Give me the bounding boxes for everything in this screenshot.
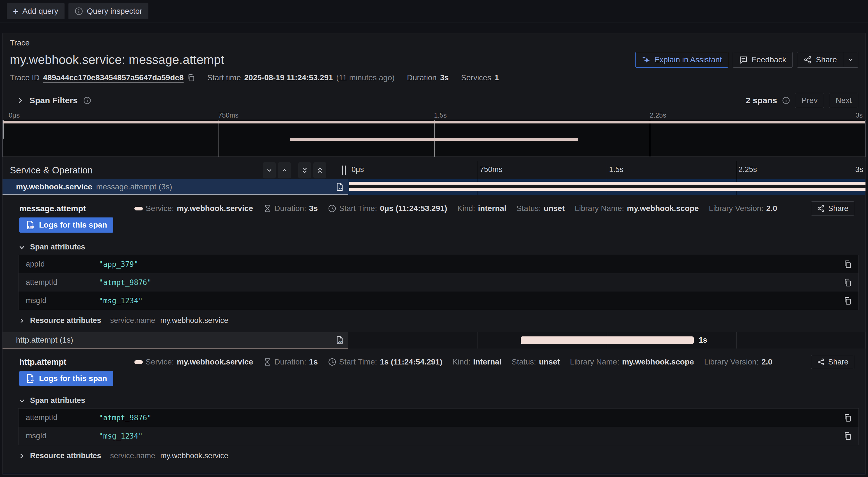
hourglass-icon bbox=[263, 358, 272, 366]
span-share-button[interactable]: Share bbox=[811, 202, 854, 215]
span-detail-message-attempt: message.attempt Service: my.webhook.serv… bbox=[2, 195, 866, 325]
feedback-button[interactable]: Feedback bbox=[733, 52, 793, 68]
query-inspector-button[interactable]: Query inspector bbox=[68, 3, 149, 19]
trace-id-label: Trace ID bbox=[10, 73, 39, 82]
add-query-button[interactable]: + Add query bbox=[7, 3, 64, 19]
attribute-row: attemptId "atmpt_9876" bbox=[19, 409, 859, 427]
span-operation-name: http.attempt (1s) bbox=[16, 335, 73, 345]
double-chevron-down-icon bbox=[301, 167, 308, 174]
svg-text:LOG: LOG bbox=[338, 340, 343, 343]
timeline-gridline bbox=[865, 161, 866, 179]
detail-span-name: http.attempt bbox=[19, 357, 134, 367]
span-attributes-toggle[interactable]: Span attributes bbox=[18, 243, 866, 251]
resource-attributes-title: Resource attributes bbox=[30, 316, 101, 325]
attribute-key: msgId bbox=[26, 296, 99, 305]
service-label: Service: bbox=[146, 204, 174, 213]
logs-button-label: Logs for this span bbox=[39, 374, 107, 383]
column-resize-handle[interactable] bbox=[342, 166, 346, 175]
attribute-value: "atmpt_9876" bbox=[99, 278, 152, 287]
span-row-message-attempt[interactable]: my.webhook.service message.attempt (3s) … bbox=[2, 179, 866, 195]
chevron-down-icon bbox=[18, 243, 26, 251]
span-bar-duration-label: 1s bbox=[699, 336, 707, 345]
logs-for-span-button[interactable]: LOG Logs for this span bbox=[19, 217, 113, 233]
logs-button-label: Logs for this span bbox=[39, 220, 107, 230]
comment-icon bbox=[739, 56, 748, 64]
copy-icon bbox=[843, 414, 852, 422]
copy-attribute-button[interactable] bbox=[843, 278, 852, 287]
span-logs-button[interactable]: LOG bbox=[335, 182, 344, 191]
copy-icon bbox=[843, 278, 852, 287]
timeline-axis: 0μs 750ms 1.5s 2.25s 3s bbox=[348, 161, 866, 179]
trace-id-value[interactable]: 489a44cc170e83454857a5647da59de8 bbox=[43, 73, 184, 82]
collapse-all-button[interactable] bbox=[298, 162, 311, 178]
minimap-tick: 3s bbox=[856, 111, 863, 119]
explain-label: Explain in Assistant bbox=[654, 55, 722, 64]
detail-span-name: message.attempt bbox=[19, 204, 134, 213]
share-dropdown-button[interactable] bbox=[843, 52, 858, 68]
span-attributes-toggle[interactable]: Span attributes bbox=[18, 396, 866, 405]
trace-minimap[interactable] bbox=[2, 120, 866, 157]
info-circle-icon[interactable] bbox=[782, 96, 790, 105]
minimap-tick: 2.25s bbox=[650, 111, 666, 119]
span-logs-button[interactable]: LOG bbox=[335, 335, 344, 345]
span-row-http-attempt[interactable]: http.attempt (1s) LOG 1s bbox=[2, 332, 866, 349]
resource-key: service.name bbox=[110, 451, 155, 460]
timeline-tick: 1.5s bbox=[609, 165, 623, 174]
next-span-button[interactable]: Next bbox=[829, 93, 858, 108]
minimap-tick: 750ms bbox=[218, 111, 239, 119]
logs-for-span-button[interactable]: LOG Logs for this span bbox=[19, 371, 113, 386]
status-label: Status: bbox=[517, 204, 541, 213]
span-share-button[interactable]: Share bbox=[811, 355, 854, 369]
span-filters-title: Span Filters bbox=[29, 96, 78, 105]
sparkles-icon bbox=[642, 56, 650, 64]
share-button[interactable]: Share bbox=[797, 52, 843, 68]
duration-label: Duration: bbox=[274, 204, 306, 213]
copy-trace-id-button[interactable] bbox=[187, 74, 195, 82]
library-version-value: 2.0 bbox=[766, 204, 777, 213]
minimap-tick: 1.5s bbox=[434, 111, 446, 119]
expand-one-button[interactable] bbox=[278, 162, 291, 178]
service-value: my.webhook.service bbox=[177, 204, 253, 213]
resource-attributes-toggle[interactable]: Resource attributes service.name my.webh… bbox=[18, 451, 866, 460]
svg-text:LOG: LOG bbox=[338, 187, 343, 190]
span-bar-message-attempt[interactable] bbox=[349, 182, 866, 191]
expand-all-button[interactable] bbox=[313, 162, 326, 178]
minimap-gridline bbox=[650, 120, 650, 156]
span-filters-toggle[interactable]: Span Filters bbox=[10, 96, 91, 105]
collapse-one-button[interactable] bbox=[263, 162, 276, 178]
copy-attribute-button[interactable] bbox=[843, 260, 852, 269]
share-label: Share bbox=[828, 204, 848, 213]
plus-icon: + bbox=[13, 6, 19, 16]
log-document-icon: LOG bbox=[26, 220, 35, 230]
minimap-gridline bbox=[219, 120, 219, 156]
duration-label: Duration bbox=[407, 73, 437, 82]
copy-attribute-button[interactable] bbox=[843, 297, 852, 305]
chevron-right-icon bbox=[18, 453, 25, 459]
duration-value: 3s bbox=[440, 73, 448, 82]
attribute-value: "msg_1234" bbox=[99, 432, 143, 440]
span-attributes-title: Span attributes bbox=[30, 396, 85, 405]
attribute-value: "app_379" bbox=[99, 260, 138, 269]
explain-in-assistant-button[interactable]: Explain in Assistant bbox=[636, 52, 728, 68]
chevron-down-icon bbox=[266, 167, 273, 174]
clock-icon bbox=[328, 204, 336, 213]
attribute-row: msgId "msg_1234" bbox=[19, 292, 859, 310]
status-label: Status: bbox=[512, 357, 536, 366]
attribute-key: msgId bbox=[26, 431, 99, 440]
timeline-gridline bbox=[477, 161, 478, 179]
timeline-tick: 750ms bbox=[480, 165, 502, 174]
copy-attribute-button[interactable] bbox=[843, 414, 852, 422]
services-count: 1 bbox=[495, 73, 499, 82]
info-circle-icon bbox=[74, 7, 83, 16]
span-bar-http-attempt[interactable] bbox=[521, 336, 694, 344]
start-time-ago: (11 minutes ago) bbox=[336, 73, 395, 82]
prev-span-button[interactable]: Prev bbox=[795, 93, 824, 108]
trace-meta: Trace ID 489a44cc170e83454857a5647da59de… bbox=[10, 73, 858, 82]
library-name-label: Library Name: bbox=[575, 204, 624, 213]
copy-attribute-button[interactable] bbox=[843, 432, 852, 440]
info-circle-icon[interactable] bbox=[83, 96, 91, 105]
timeline-gridline bbox=[607, 161, 608, 179]
resource-attributes-title: Resource attributes bbox=[30, 451, 101, 460]
minimap-ticks: 0μs 750ms 1.5s 2.25s 3s bbox=[2, 111, 866, 120]
resource-attributes-toggle[interactable]: Resource attributes service.name my.webh… bbox=[18, 316, 866, 325]
